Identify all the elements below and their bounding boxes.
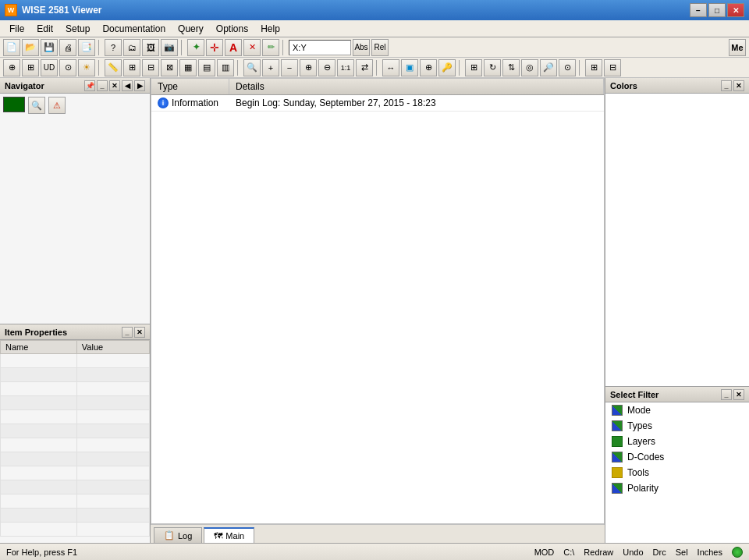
table-row xyxy=(1,452,150,466)
grid-button[interactable]: ⊞ xyxy=(123,59,140,76)
menu-file[interactable]: File xyxy=(3,22,30,36)
menu-edit[interactable]: Edit xyxy=(30,22,59,36)
color-button[interactable]: ▣ xyxy=(401,59,418,76)
navigator-next-button[interactable]: ▶ xyxy=(134,80,145,91)
list-item[interactable]: Mode xyxy=(605,402,749,418)
key-button[interactable]: 🔑 xyxy=(438,59,456,76)
filter-label: Tools xyxy=(627,467,649,478)
item-properties-header: Item Properties _ ✕ xyxy=(0,324,150,340)
me-button[interactable]: Me xyxy=(729,39,746,56)
snap3-button[interactable]: UD xyxy=(41,59,58,76)
list-item[interactable]: Layers xyxy=(605,434,749,449)
open-button[interactable]: 📂 xyxy=(22,39,39,56)
zoom-in[interactable]: + xyxy=(262,59,279,76)
list-item[interactable]: i Information Begin Log: Sunday, Septemb… xyxy=(151,95,604,112)
tab-log[interactable]: 📋 Log xyxy=(154,527,202,543)
list-item[interactable]: Polarity xyxy=(605,480,749,496)
print2-button[interactable]: 📑 xyxy=(78,39,95,56)
align-button[interactable]: ⊞ xyxy=(465,59,482,76)
check-button[interactable]: 🔎 xyxy=(540,59,557,76)
filter-label: Mode xyxy=(627,405,651,416)
zoom-in2[interactable]: ⊕ xyxy=(300,59,317,76)
target2-button[interactable]: ◎ xyxy=(521,59,538,76)
status-indicator xyxy=(732,547,743,558)
close-button[interactable]: ✕ xyxy=(727,3,744,17)
net-button[interactable]: ⊙ xyxy=(559,59,576,76)
log-header: Type Details xyxy=(151,79,604,95)
select-filter-close-button[interactable]: ✕ xyxy=(733,389,744,400)
abs-button[interactable]: Abs xyxy=(353,39,370,56)
layers-button[interactable]: 🗂 xyxy=(123,39,140,56)
navigator-prev-button[interactable]: ◀ xyxy=(122,80,133,91)
grid6-button[interactable]: ▥ xyxy=(217,59,234,76)
grid-dots[interactable]: ⊞ xyxy=(585,59,602,76)
table-row xyxy=(1,438,150,452)
help-button[interactable]: ? xyxy=(105,39,122,56)
new-button[interactable]: 📄 xyxy=(3,39,20,56)
navigator-panel: Navigator 📌 _ ✕ ◀ ▶ 🔍 ⚠ xyxy=(0,78,150,324)
colors-close-button[interactable]: ✕ xyxy=(733,80,744,91)
grid3-button[interactable]: ⊠ xyxy=(161,59,178,76)
delete-button[interactable]: ✕ xyxy=(243,39,261,56)
menu-setup[interactable]: Setup xyxy=(59,22,96,36)
grid4-button[interactable]: ▦ xyxy=(179,59,197,76)
image-button[interactable]: 🖼 xyxy=(142,39,159,56)
item-properties-close-button[interactable]: ✕ xyxy=(134,327,145,338)
menu-help[interactable]: Help xyxy=(254,22,286,36)
menu-documentation[interactable]: Documentation xyxy=(96,22,172,36)
text-button[interactable]: A xyxy=(225,39,242,56)
prop-value xyxy=(76,480,149,494)
zoom-fit[interactable]: 🔍 xyxy=(243,59,261,76)
edit-button[interactable]: ✏ xyxy=(262,39,279,56)
coord-input[interactable] xyxy=(289,40,351,55)
zoom-1to1[interactable]: 1:1 xyxy=(337,59,354,76)
snap-button[interactable]: ⊕ xyxy=(3,59,20,76)
table-row xyxy=(1,424,150,438)
grid2-button[interactable]: ⊟ xyxy=(142,59,159,76)
snap4-button[interactable]: ⊙ xyxy=(59,59,76,76)
menu-query[interactable]: Query xyxy=(172,22,210,36)
grid5-button[interactable]: ▤ xyxy=(198,59,215,76)
list-item[interactable]: D-Codes xyxy=(605,449,749,465)
navigator-pin-button[interactable]: 📌 xyxy=(84,80,95,91)
print-button[interactable]: 🖨 xyxy=(59,39,76,56)
filter-icon xyxy=(612,436,623,447)
navigator-close-button[interactable]: ✕ xyxy=(109,80,120,91)
table-row xyxy=(1,354,150,368)
menu-options[interactable]: Options xyxy=(210,22,254,36)
toolbar-2: ⊕ ⊞ UD ⊙ ☀ 📏 ⊞ ⊟ ⊠ ▦ ▤ ▥ 🔍 + − ⊕ ⊖ 1:1 ⇄… xyxy=(0,58,749,78)
prop-value xyxy=(76,410,149,424)
snap2-button[interactable]: ⊞ xyxy=(22,59,39,76)
measure-button[interactable]: 📏 xyxy=(105,59,122,76)
log-details-cell: Begin Log: Sunday, September 27, 2015 - … xyxy=(229,95,442,111)
navigator-warn-btn[interactable]: ⚠ xyxy=(48,97,66,114)
zoom-out[interactable]: − xyxy=(281,59,298,76)
select-filter-min-button[interactable]: _ xyxy=(721,389,732,400)
tab-bar: 📋 Log 🗺 Main xyxy=(151,524,605,543)
rel-button[interactable]: Rel xyxy=(371,39,389,56)
prop-name xyxy=(1,396,77,410)
minimize-button[interactable]: − xyxy=(690,3,707,17)
tab-main[interactable]: 🗺 Main xyxy=(204,527,254,543)
rotate-button[interactable]: ↻ xyxy=(484,59,501,76)
list-item[interactable]: Types xyxy=(605,418,749,434)
pan-button[interactable]: ↔ xyxy=(382,59,399,76)
mirror-button[interactable]: ⇅ xyxy=(502,59,520,76)
item-properties-panel: Item Properties _ ✕ Name Value xyxy=(0,324,150,543)
maximize-button[interactable]: □ xyxy=(708,3,726,17)
item-properties-min-button[interactable]: _ xyxy=(122,327,133,338)
navigator-min-button[interactable]: _ xyxy=(97,80,108,91)
target-button[interactable]: ⊕ xyxy=(420,59,437,76)
crosshair-button[interactable]: ✛ xyxy=(206,39,223,56)
list-item[interactable]: Tools xyxy=(605,465,749,480)
image2-button[interactable]: 📷 xyxy=(161,39,178,56)
snap5-button[interactable]: ☀ xyxy=(78,59,95,76)
table-row xyxy=(1,396,150,410)
navigator-zoom-btn[interactable]: 🔍 xyxy=(28,97,45,114)
save-button[interactable]: 💾 xyxy=(41,39,58,56)
grid-lines[interactable]: ⊟ xyxy=(604,59,621,76)
pointer-button[interactable]: ✦ xyxy=(187,39,204,56)
zoom-out2[interactable]: ⊖ xyxy=(318,59,335,76)
colors-min-button[interactable]: _ xyxy=(721,80,732,91)
zoom-other[interactable]: ⇄ xyxy=(356,59,373,76)
